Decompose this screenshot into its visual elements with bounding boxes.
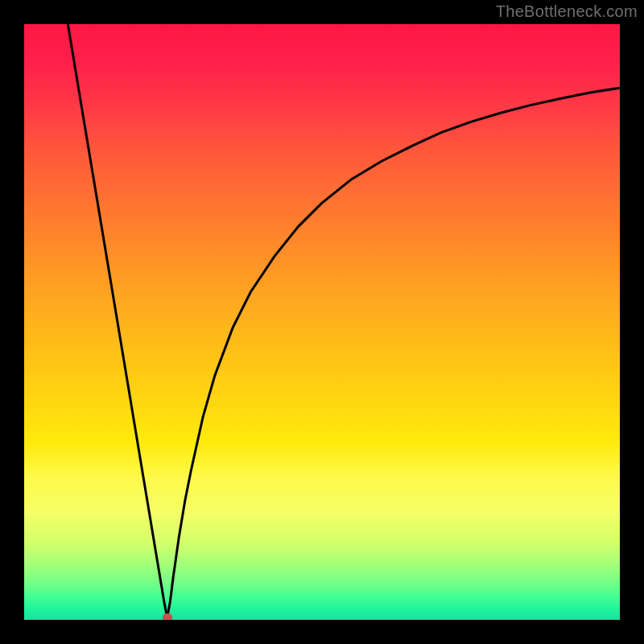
curve-right-branch (167, 88, 620, 617)
bottleneck-curve (24, 24, 620, 620)
curve-left-branch (60, 24, 167, 617)
chart-frame: TheBottleneck.com (0, 0, 644, 644)
watermark-text: TheBottleneck.com (496, 2, 638, 21)
plot-area (24, 24, 620, 620)
minimum-marker (163, 613, 172, 620)
